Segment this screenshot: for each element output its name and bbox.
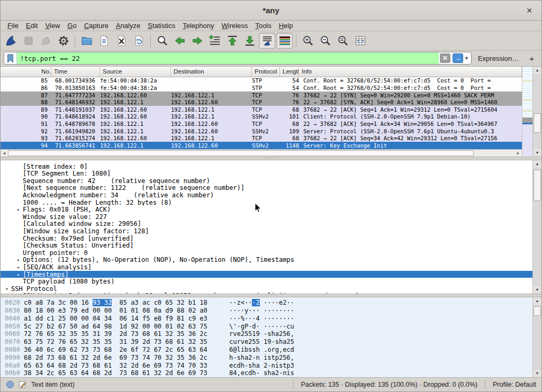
auto-scroll-button[interactable] [259,33,275,49]
detail-line-5[interactable]: 1000 .... = Header Length: 32 bytes (8) [1,199,532,206]
detail-line-17[interactable]: ▾SSH Protocol [1,285,532,293]
hex-row-0090[interactable]: 009068 2d 73 68 61 32 2d 6e 69 73 74 70 … [1,353,532,361]
menu-wireless[interactable]: Wireless [218,21,252,30]
find-packet-button[interactable] [154,33,170,49]
hex-vscroll-up-icon[interactable]: ▲ [533,297,541,305]
packet-row-92[interactable]: 9271.661949820192.168.122.1192.168.122.6… [1,127,522,135]
go-last-button[interactable] [241,33,258,49]
detail-line-3[interactable]: [Next sequence number: 1122 (relative se… [1,185,532,192]
hex-row-00b0[interactable]: 00b038 34 2c 65 63 64 68 2d 73 68 61 32 … [1,369,532,377]
hex-vscrollbar[interactable]: ▲ ▼ [532,297,541,377]
packet-row-87[interactable]: 8771.647777234192.168.122.60192.168.122.… [1,92,522,99]
packet-list-vscrollbar[interactable]: ▲ ▼ [532,67,541,157]
hex-vscroll-thumb[interactable] [534,306,541,315]
capture-options-button[interactable] [55,33,71,49]
hscroll-right-icon[interactable]: ▸ [514,151,522,156]
stop-capture-button[interactable] [20,33,37,49]
column-header-no[interactable]: No. [1,67,51,77]
packet-row-88[interactable]: 8871.648146932192.168.122.1192.168.122.6… [1,98,522,106]
go-to-packet-button[interactable] [206,33,223,49]
menu-tools[interactable]: Tools [251,21,275,30]
detail-line-14[interactable]: ▸[SEQ/ACK analysis] [1,263,532,271]
zoom-in-button[interactable] [300,33,316,49]
status-profile[interactable]: Profile: Default [485,381,541,388]
detail-line-9[interactable]: [Window size scaling factor: 128] [1,227,532,235]
go-back-button[interactable] [171,33,188,49]
details-vscroll-thumb[interactable] [534,170,541,200]
menu-view[interactable]: View [41,21,64,30]
hex-row-0020[interactable]: 0020c0 a8 7a 3c 00 16 93 32 85 a3 ac c0 … [1,299,532,307]
detail-line-11[interactable]: [Checksum Status: Unverified] [1,242,532,249]
packet-list-minimap[interactable] [522,67,532,157]
expander-closed-icon[interactable]: ▸ [14,265,23,270]
detail-line-4[interactable]: Acknowledgment number: 34 (relative ack … [1,192,532,199]
hex-row-00a0[interactable]: 00a065 63 64 68 2d 73 68 61 32 2d 6e 69 … [1,361,532,369]
packet-row-91[interactable]: 9171.648789678192.168.122.1192.168.122.6… [1,120,522,127]
display-filter-input[interactable] [17,52,439,64]
expression-button[interactable]: Expression… [475,54,522,62]
vscroll-up-icon[interactable]: ▲ [533,67,541,74]
expander-closed-icon[interactable]: ▸ [14,293,23,294]
close-icon[interactable]: ✕ [523,5,535,16]
detail-line-6[interactable]: ▸Flags: 0x018 (PSH, ACK) [1,206,532,213]
hex-row-0060[interactable]: 006072 76 65 32 35 35 31 39 2d 73 68 61 … [1,330,532,338]
details-vscroll-down-icon[interactable]: ▼ [533,286,541,294]
reload-file-button[interactable] [131,33,147,49]
open-file-button[interactable] [78,33,95,49]
column-header-info[interactable]: Info [299,67,522,77]
packet-row-85[interactable]: 8568.001734936fe:54:00:d4:38:2aSTP54Conf… [1,77,522,85]
capture-comment-icon[interactable] [19,380,27,389]
detail-line-16[interactable]: TCP payload (1080 bytes) [1,278,532,285]
vscroll-thumb[interactable] [534,113,541,133]
expander-closed-icon[interactable]: ▸ [14,272,23,277]
detail-line-8[interactable]: [Calculated window size: 29056] [1,221,532,228]
packet-row-93[interactable]: 9371.662015274192.168.122.60192.168.122.… [1,134,522,142]
column-header-time[interactable]: Time [51,67,100,77]
menu-analyze[interactable]: Analyze [112,21,144,30]
hscroll-thumb[interactable] [8,150,474,156]
filter-clear-icon[interactable]: ✕ [440,53,450,63]
hex-row-0030[interactable]: 003080 18 00 e3 79 ed 00 00 01 01 08 0a … [1,307,532,315]
go-forward-button[interactable] [189,33,205,49]
menu-statistics[interactable]: Statistics [144,21,179,30]
expander-closed-icon[interactable]: ▸ [14,207,23,212]
save-file-button[interactable] [96,33,112,49]
packet-row-90[interactable]: 9071.648618924192.168.122.60192.168.122.… [1,113,522,121]
detail-line-7[interactable]: Window size value: 227 [1,213,532,221]
detail-line-1[interactable]: [TCP Segment Len: 1080] [1,170,532,177]
hex-row-0040[interactable]: 0040a1 dd c1 25 00 00 04 34 06 14 f5 e8 … [1,314,532,322]
restart-capture-button[interactable] [38,33,54,49]
zoom-reset-button[interactable] [335,33,351,49]
close-file-button[interactable] [113,33,130,49]
title-bar[interactable]: *any ✕ [1,1,541,21]
menu-capture[interactable]: Capture [80,21,112,30]
hex-vscroll-down-icon[interactable]: ▼ [533,370,541,377]
column-header-destination[interactable]: Destination [171,67,252,77]
packet-row-94[interactable]: 9471.663856741192.168.122.1192.168.122.6… [1,142,522,149]
zoom-out-button[interactable] [317,33,333,49]
filter-apply-icon[interactable]: → [453,53,463,63]
hscroll-left-icon[interactable]: ◂ [1,151,8,156]
details-vscroll-up-icon[interactable]: ▲ [533,160,541,168]
detail-line-10[interactable]: Checksum: 0x79ed [unverified] [1,235,532,242]
packet-row-89[interactable]: 8971.648191037192.168.122.60192.168.122.… [1,106,522,113]
resize-columns-button[interactable] [352,33,368,49]
menu-go[interactable]: Go [64,21,80,30]
detail-line-0[interactable]: [Stream index: 0] [1,163,532,170]
hex-row-0070[interactable]: 007063 75 72 76 65 32 35 35 31 39 2d 73 … [1,338,532,346]
vscroll-down-icon[interactable]: ▼ [533,149,541,157]
filter-bookmark-icon[interactable] [4,52,17,64]
go-first-button[interactable] [224,33,240,49]
menu-file[interactable]: File [4,21,22,30]
detail-line-15[interactable]: ▸[Timestamps] [1,271,532,278]
add-filter-button[interactable]: + [525,54,538,63]
column-header-protocol[interactable]: Protocol [252,67,280,77]
details-vscrollbar[interactable]: ▲ ▼ [532,160,541,294]
display-filter-field[interactable]: ✕ → ▼ [4,52,472,65]
column-header-length[interactable]: Length [280,67,299,77]
colorize-packets-button[interactable] [276,33,293,49]
packet-row-86[interactable]: 8670.013850163fe:54:00:d4:38:2aSTP54Conf… [1,84,522,92]
packet-list-header[interactable]: No.TimeSourceDestinationProtocolLengthIn… [1,67,522,77]
menu-help[interactable]: Help [275,21,297,30]
column-header-source[interactable]: Source [100,67,171,77]
